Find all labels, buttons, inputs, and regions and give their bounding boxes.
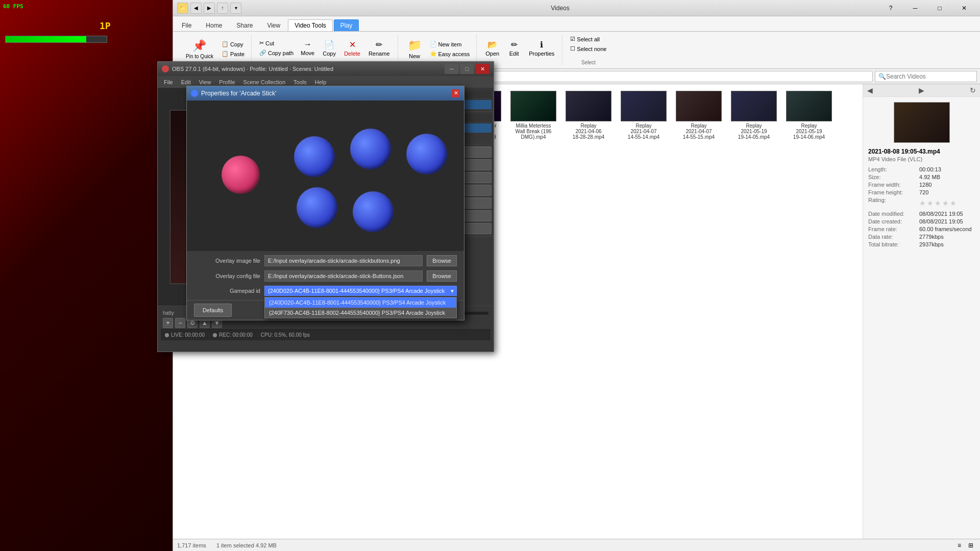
easy-access-btn[interactable]: ⭐ Easy access — [427, 49, 473, 58]
list-item[interactable]: Millia MeterlessWall Break (196DMG).mp4 — [508, 88, 559, 148]
obs-maximize-btn[interactable]: □ — [460, 64, 474, 74]
file-type: MP4 Video File (VLC) — [868, 156, 975, 162]
overlay-config-browse-btn[interactable]: Browse — [427, 270, 457, 282]
open-btn[interactable]: 📂 Open — [482, 35, 503, 61]
button-5 — [353, 191, 394, 232]
next-panel-btn[interactable]: ▶ — [919, 86, 924, 94]
list-item[interactable]: Replay2021-04-0714-55-15.mp4 — [673, 88, 724, 148]
defaults-btn[interactable]: Defaults — [194, 304, 232, 317]
gamepad-selected[interactable]: {240D020-AC4B-11E8-8001-444553540000} PS… — [264, 286, 457, 296]
close-btn[interactable]: ✕ — [952, 0, 976, 16]
star-rating[interactable]: ★ ★ ★ ★ ★ — [919, 199, 957, 207]
refresh-panel-btn[interactable]: ↻ — [970, 86, 976, 94]
obs-minimize-btn[interactable]: ─ — [445, 64, 459, 74]
list-item[interactable]: Replay2021-05-1919-14-05.mp4 — [728, 88, 779, 148]
new-options-group: 📄 New item ⭐ Easy access — [427, 40, 473, 58]
player-indicator: 1P — [100, 20, 111, 31]
rename-icon: ✏ — [376, 40, 382, 49]
back-history-btn[interactable]: ◀ — [190, 3, 202, 14]
ribbon-new-group: 📁 New 📄 New item ⭐ Easy access — [399, 35, 477, 65]
select-none-btn[interactable]: ☐ Select none — [568, 44, 609, 53]
dropdown-btn[interactable]: ▾ — [230, 3, 241, 14]
help-btn[interactable]: ? — [879, 0, 902, 16]
list-item[interactable]: Replay2021-05-1919-14-06.mp4 — [783, 88, 835, 148]
item-count: 1,717 items — [177, 542, 206, 548]
detail-frame-height: Frame height: 720 — [868, 189, 975, 195]
overlay-image-input[interactable] — [264, 255, 423, 266]
maximize-btn[interactable]: □ — [928, 0, 951, 16]
star-5[interactable]: ★ — [950, 199, 957, 207]
properties-btn[interactable]: ℹ Properties — [525, 35, 558, 61]
preview-thumbnail — [894, 102, 950, 143]
star-1[interactable]: ★ — [919, 199, 926, 207]
cut-btn[interactable]: ✂ Cut — [257, 39, 296, 47]
file-thumbnail — [566, 91, 611, 121]
obs-menu-scene-collection[interactable]: Scene Collection — [239, 78, 290, 86]
props-close-button[interactable]: ✕ — [452, 89, 460, 97]
edit-btn[interactable]: ✏ Edit — [504, 35, 524, 61]
search-input[interactable] — [886, 73, 973, 80]
pin-icon: 📌 — [192, 39, 206, 53]
obs-menu-help[interactable]: Help — [311, 78, 331, 86]
overlay-image-browse-btn[interactable]: Browse — [427, 255, 457, 266]
tab-file[interactable]: File — [175, 19, 198, 31]
tab-view[interactable]: View — [260, 19, 287, 31]
copy-btn[interactable]: 📋 Copy — [219, 40, 247, 48]
paste-btn[interactable]: 📋 Paste — [219, 49, 247, 58]
select-all-btn[interactable]: ☑ Select all — [568, 35, 609, 43]
gamepad-options-list[interactable]: {240D020-AC4B-11E8-8001-444553540000} PS… — [264, 297, 457, 318]
delete-btn[interactable]: ✕ Delete — [340, 35, 364, 61]
detail-rating: Rating: ★ ★ ★ ★ ★ — [868, 197, 975, 209]
pin-to-quick-btn[interactable]: 📌 Pin to Quick — [181, 35, 218, 63]
overlay-config-input[interactable] — [264, 270, 423, 282]
obs-menu-profile[interactable]: Profile — [215, 78, 239, 86]
ribbon-open-group: 📂 Open ✏ Edit ℹ Properties — [478, 35, 562, 65]
organize-btns: ✂ Cut 🔗 Copy path → Move 📄 — [257, 35, 393, 61]
select-options-group: ☑ Select all ☐ Select none — [568, 35, 609, 53]
new-item-btn[interactable]: 📄 New item — [427, 40, 473, 48]
obs-menu-file[interactable]: File — [160, 78, 177, 86]
gamepad-option-1[interactable]: {240F730-AC4B-11E8-8002-444553540000} PS… — [265, 308, 456, 318]
props-fields: Overlay image file Browse Overlay config… — [187, 251, 464, 300]
obs-close-btn[interactable]: ✕ — [475, 64, 489, 74]
copy-path-btn[interactable]: 🔗 Copy path — [257, 48, 296, 57]
obs-win-controls: ─ □ ✕ — [445, 64, 489, 74]
obs-src-remove-btn[interactable]: − — [175, 318, 185, 328]
minimize-btn[interactable]: ─ — [903, 0, 927, 16]
paste-icon: 📋 — [222, 51, 229, 57]
forward-history-btn[interactable]: ▶ — [204, 3, 215, 14]
obs-menu-edit[interactable]: Edit — [177, 78, 195, 86]
obs-src-add-btn[interactable]: + — [163, 318, 173, 328]
play-btn[interactable]: Play — [334, 19, 359, 31]
obs-menu-tools[interactable]: Tools — [289, 78, 311, 86]
list-item[interactable]: Replay2021-04-0618-28-28.mp4 — [563, 88, 614, 148]
tab-video-tools[interactable]: Video Tools — [288, 19, 333, 31]
open-btns: 📂 Open ✏ Edit ℹ Properties — [482, 35, 558, 61]
move-btn[interactable]: → Move — [297, 35, 318, 61]
star-2[interactable]: ★ — [927, 199, 934, 207]
detail-frame-width: Frame width: 1280 — [868, 182, 975, 188]
up-dir-btn[interactable]: ↑ — [217, 3, 228, 14]
button-4 — [297, 187, 337, 228]
copy2-btn[interactable]: 📄 Copy — [319, 35, 339, 61]
quick-access-btn[interactable]: 📁 — [177, 3, 188, 14]
select-btns: ☑ Select all ☐ Select none — [568, 35, 609, 53]
star-3[interactable]: ★ — [935, 199, 941, 207]
details-view-btn[interactable]: ≡ — [955, 540, 964, 550]
gamepad-id-row: Gamepad id {240D020-AC4B-11E8-8001-44455… — [194, 286, 457, 296]
file-thumbnail — [621, 91, 667, 121]
obs-menu-view[interactable]: View — [195, 78, 215, 86]
star-4[interactable]: ★ — [942, 199, 949, 207]
large-icons-view-btn[interactable]: ⊞ — [966, 540, 976, 550]
title-bar-left: 📁 ◀ ▶ ↑ ▾ — [177, 3, 241, 14]
select-label: Select — [568, 60, 609, 65]
tab-home[interactable]: Home — [199, 19, 229, 31]
gamepad-option-0[interactable]: {240D020-AC4B-11E8-8001-444553540000} PS… — [265, 297, 456, 308]
rename-btn[interactable]: ✏ Rename — [365, 35, 394, 61]
new-folder-btn[interactable]: 📁 New — [403, 35, 426, 63]
prev-panel-btn[interactable]: ◀ — [867, 86, 873, 94]
gamepad-dropdown[interactable]: {240D020-AC4B-11E8-8001-444553540000} PS… — [264, 286, 457, 296]
list-item[interactable]: Replay2021-04-0714-55-14.mp4 — [618, 88, 669, 148]
tab-share[interactable]: Share — [230, 19, 259, 31]
file-name: Replay2021-05-1919-14-06.mp4 — [793, 123, 825, 140]
